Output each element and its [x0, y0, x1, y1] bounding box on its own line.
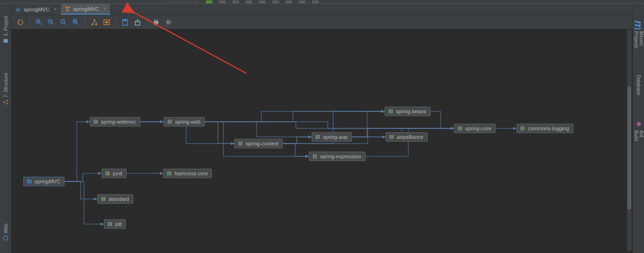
dependency-node-hamcrest-core[interactable]: hamcrest-core — [163, 169, 212, 178]
stop-icon[interactable] — [232, 0, 239, 3]
svg-rect-13 — [66, 9, 68, 11]
svg-rect-65 — [390, 135, 391, 139]
svg-rect-36 — [95, 120, 96, 124]
node-label: springMVC — [35, 179, 60, 184]
svg-point-9 — [636, 122, 641, 126]
dependency-node-commons-logging[interactable]: commons-logging — [516, 124, 573, 133]
svg-text:m: m — [16, 7, 20, 12]
run-config-combo[interactable] — [166, 0, 199, 3]
node-label: spring-context — [246, 141, 278, 146]
svg-rect-68 — [458, 126, 459, 131]
dependency-node-spring-core[interactable]: spring-core — [454, 124, 496, 133]
zoom-in-icon[interactable] — [34, 17, 44, 27]
tool-window-database[interactable]: Database — [636, 70, 641, 98]
tool-window-project[interactable]: 1: Project — [3, 13, 9, 46]
svg-rect-33 — [27, 180, 32, 184]
svg-rect-55 — [241, 142, 242, 146]
zoom-out-icon[interactable] — [46, 17, 56, 27]
svg-rect-47 — [168, 120, 169, 124]
tool-window-maven[interactable]: m Maven Projects — [631, 11, 644, 51]
zoom-actual-icon[interactable]: 1 — [58, 17, 69, 27]
dependency-node-aopalliance[interactable]: aopalliance — [386, 132, 428, 142]
refresh-icon[interactable] — [15, 17, 26, 27]
svg-rect-66 — [391, 135, 392, 139]
close-icon[interactable]: × — [103, 6, 106, 11]
svg-rect-73 — [524, 126, 524, 131]
dependency-node-junit[interactable]: junit — [101, 169, 127, 178]
tool-window-structure[interactable]: 7: Structure — [3, 70, 9, 108]
svg-rect-56 — [316, 135, 317, 139]
tool-window-label: Maven Projects — [634, 31, 644, 48]
debug-icon[interactable] — [219, 0, 226, 3]
dependency-node-spring-context[interactable]: spring-context — [234, 139, 283, 148]
svg-rect-24 — [105, 21, 108, 23]
library-icon — [107, 221, 113, 227]
node-label: jstl — [115, 221, 121, 227]
toolbar-icon[interactable] — [272, 0, 279, 3]
svg-rect-52 — [170, 172, 171, 176]
settings-icon[interactable] — [163, 17, 174, 27]
toolbar-icon[interactable] — [246, 0, 252, 3]
svg-rect-3 — [3, 101, 5, 103]
svg-point-32 — [166, 19, 171, 25]
tab-springmvc-diagram[interactable]: springMVC × — [61, 4, 110, 15]
svg-rect-38 — [106, 172, 107, 176]
svg-rect-51 — [169, 172, 170, 176]
toolbar-icon[interactable] — [312, 0, 319, 3]
svg-rect-63 — [390, 109, 391, 114]
dependency-node-spring-web[interactable]: spring-web — [164, 117, 205, 126]
run-icon[interactable] — [206, 0, 212, 3]
dependency-diagram-canvas[interactable]: springMVCspring-webmvcjunitstandardjstls… — [11, 29, 633, 253]
main-toolbar — [0, 0, 644, 4]
layout-icon[interactable] — [89, 17, 100, 27]
svg-rect-44 — [108, 222, 109, 226]
tool-window-ant[interactable]: Ant Build — [634, 117, 644, 144]
library-icon — [389, 134, 395, 140]
diagram-icon — [64, 6, 71, 12]
svg-rect-37 — [97, 120, 98, 124]
zoom-fit-icon[interactable] — [71, 17, 81, 27]
close-icon[interactable]: × — [54, 7, 56, 12]
save-image-icon[interactable] — [120, 17, 130, 27]
library-icon — [388, 108, 394, 114]
dependency-node-spring-beans[interactable]: spring-beans — [385, 107, 431, 116]
tool-window-web[interactable]: Web — [3, 221, 9, 244]
dependency-node-spring-expression[interactable]: spring-expression — [309, 152, 366, 161]
export-icon[interactable] — [132, 17, 143, 27]
dependency-node-spring-webmvc[interactable]: spring-webmvc — [90, 117, 140, 126]
dependency-node-standard[interactable]: standard — [97, 194, 133, 204]
svg-point-31 — [167, 21, 170, 23]
fit-content-icon[interactable] — [101, 17, 112, 27]
svg-rect-40 — [109, 172, 110, 176]
library-icon — [166, 171, 172, 176]
svg-rect-60 — [314, 154, 315, 159]
separator — [147, 18, 147, 27]
library-icon — [105, 171, 110, 176]
svg-rect-41 — [101, 197, 102, 201]
node-label: spring-core — [465, 126, 491, 131]
svg-rect-53 — [239, 142, 239, 146]
vertical-scrollbar[interactable] — [627, 29, 632, 251]
library-icon — [93, 119, 99, 125]
svg-rect-22 — [95, 24, 97, 25]
svg-rect-67 — [393, 135, 394, 139]
dependency-node-jstl[interactable]: jstl — [104, 219, 126, 229]
svg-rect-70 — [461, 126, 462, 131]
svg-rect-11 — [65, 7, 67, 8]
maven-m-icon: m — [15, 6, 21, 12]
toolbar-icon[interactable] — [285, 0, 292, 3]
node-label: spring-expression — [320, 154, 361, 159]
dependency-node-springMVC[interactable]: springMVC — [23, 177, 64, 186]
tab-label: springMVC — [24, 7, 49, 12]
dependency-node-spring-aop[interactable]: spring-aop — [312, 132, 352, 142]
toolbar-icon[interactable] — [259, 0, 266, 3]
tool-window-label: 7: Structure — [3, 73, 8, 98]
tab-springmvc-pom[interactable]: m springMVC × — [11, 4, 61, 15]
scrollbar-thumb[interactable] — [627, 86, 631, 209]
svg-point-4 — [3, 236, 8, 240]
svg-rect-34 — [27, 179, 29, 181]
toolbar-icon[interactable] — [299, 0, 305, 3]
print-icon[interactable] — [151, 17, 161, 27]
svg-rect-26 — [124, 20, 127, 21]
svg-rect-59 — [313, 154, 314, 159]
